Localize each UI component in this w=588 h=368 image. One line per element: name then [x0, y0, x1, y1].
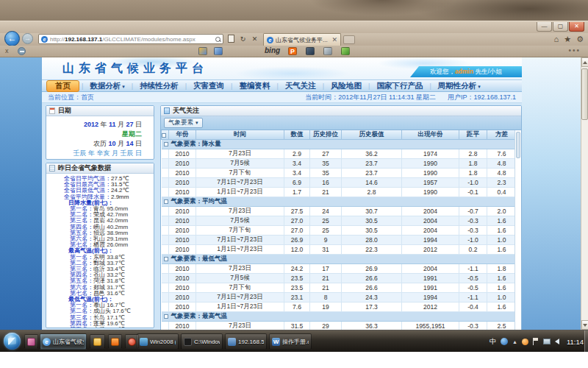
cell: 26.6 [342, 274, 402, 283]
address-bar[interactable]: e http://192.168.137.1/GLCCLIMATE/module… [38, 34, 223, 44]
vm-icon [140, 338, 148, 346]
welcome-banner: 欢迎您，admin 先生/小姐 [410, 66, 522, 77]
taskbar-window-0[interactable]: e山东省气候业务平台 [40, 333, 87, 350]
back-button[interactable]: ← [4, 31, 20, 46]
pinned-media-button[interactable] [125, 334, 139, 349]
close-button[interactable]: ✕ [569, 22, 584, 32]
column-header-1[interactable]: 时间 [196, 130, 284, 140]
ime-indicator[interactable]: 中 [490, 337, 496, 347]
cell: 30.7 [342, 207, 402, 216]
forward-button[interactable]: → [22, 33, 33, 44]
column-header-0[interactable]: 年份 [169, 130, 196, 140]
group-row-3[interactable]: 气象要素：最高气温 [162, 312, 517, 322]
cell: 2010 [169, 264, 196, 274]
table-scrollbar[interactable] [514, 130, 521, 330]
nav-item-2[interactable]: 持续性分析 [133, 80, 185, 92]
cell: 12.0 [284, 245, 310, 255]
checkbox-icon[interactable] [164, 142, 168, 146]
row-select-cell [162, 264, 169, 274]
cell: 1955,1951 [402, 322, 459, 330]
cell: 2.0 [487, 207, 517, 216]
yesterday-weather-panel: 昨日全省气象数据 全省日平均气温：27.5℃全省日最高气温：31.5℃全省日最低… [46, 163, 154, 328]
select-all-checkbox[interactable] [162, 130, 169, 140]
column-header-2[interactable]: 数值 [284, 130, 310, 140]
search-icon[interactable] [215, 37, 220, 42]
window-label: 山东省气候业务平台 [53, 338, 84, 346]
taskbar-clock[interactable]: 11:14 [567, 338, 584, 346]
bing-logo[interactable]: bing [265, 46, 280, 54]
checkbox-icon[interactable] [164, 314, 168, 319]
column-header-3[interactable]: 历史排位 [310, 130, 342, 140]
group-row-1[interactable]: 气象要素：平均气温 [162, 197, 517, 207]
nav-item-3[interactable]: 灾害查询 [187, 80, 231, 92]
browser-tab[interactable]: e 山东省气候业务平... ✕ [263, 33, 341, 46]
photos-icon[interactable] [198, 47, 207, 55]
nav-item-6[interactable]: 风险地图 [324, 80, 368, 92]
taskbar-window-3[interactable]: 192.168.59.99... [225, 333, 267, 350]
nav-item-4[interactable]: 整编资料 [232, 80, 276, 92]
cell: 23.1 [284, 293, 310, 302]
home-icon[interactable]: ⌂ [554, 34, 559, 45]
maximize-button[interactable]: ▢ [553, 22, 568, 32]
compatibility-view-icon[interactable] [228, 35, 234, 43]
action-center-flag-icon[interactable] [533, 338, 539, 345]
element-filter-button[interactable]: 气象要素 ▾ [164, 118, 203, 128]
ie-icon: e [43, 338, 51, 346]
pinned-orange-app-button[interactable] [108, 334, 122, 349]
nav-item-0[interactable]: 首页 [46, 80, 79, 92]
pinned-folder-button[interactable] [90, 334, 105, 349]
column-header-7[interactable]: 方差 [487, 130, 517, 140]
favorites-star-icon[interactable]: ★ [564, 34, 571, 45]
group-row-2[interactable]: 气象要素：最低气温 [162, 255, 517, 264]
show-desktop-button[interactable] [584, 330, 588, 353]
tray-app-icon[interactable] [501, 338, 508, 345]
mail-icon[interactable] [214, 47, 223, 55]
row-select-cell [162, 178, 169, 188]
checkbox-icon[interactable] [164, 199, 168, 204]
more-options-icon[interactable]: ••• [568, 46, 581, 54]
toolbar-close-icon[interactable]: x [5, 47, 9, 54]
checkbox-icon[interactable] [164, 257, 168, 261]
refresh-icon[interactable]: ↻ [238, 34, 248, 44]
nav-item-8[interactable]: 周期性分析▾ [431, 80, 487, 92]
minimize-button[interactable]: — [537, 22, 552, 32]
cell: 25 [310, 226, 342, 236]
scroll-down-icon[interactable] [581, 320, 588, 330]
taskbar-window-2[interactable]: C:\Windows\s... [181, 333, 223, 350]
new-tab-button[interactable] [343, 35, 355, 44]
binoculars-icon[interactable] [306, 47, 315, 55]
column-header-4[interactable]: 历史极值 [342, 130, 402, 140]
start-button[interactable] [4, 333, 21, 350]
calendar-date: 2012 年 11 月 27 日 [46, 120, 142, 130]
page-scrollbar-thumb[interactable] [581, 68, 588, 120]
pinned-app-icon[interactable] [24, 334, 38, 349]
cell: 1.6 [487, 302, 517, 312]
blocked-icon[interactable] [18, 47, 26, 55]
group-row-0[interactable]: 气象要素：降水量 [162, 140, 517, 149]
stop-icon[interactable]: ✕ [250, 34, 259, 44]
cell: 8 [310, 293, 342, 302]
column-header-6[interactable]: 距平 [459, 130, 487, 140]
column-header-5[interactable]: 出现年份 [402, 130, 459, 140]
scroll-up-icon[interactable] [581, 57, 588, 67]
tray-expand-icon[interactable]: ▲ [512, 339, 517, 344]
nav-item-7[interactable]: 国家下行产品 [370, 80, 429, 92]
baidu-p-icon[interactable]: P [288, 47, 297, 55]
group-label: 气象要素：最高气温 [171, 312, 228, 319]
taskbar-window-1[interactable]: Win2008 (VS2... [137, 333, 179, 350]
network-icon[interactable] [543, 339, 551, 344]
checkbox-icon[interactable] [162, 133, 166, 138]
tools-icon[interactable] [323, 47, 332, 55]
taskbar-window-4[interactable]: W操作手册.docx ... [269, 333, 312, 350]
browser-titlebar: — ▢ ✕ [0, 21, 588, 33]
speaker-icon[interactable] [555, 339, 559, 344]
translator-icon[interactable] [341, 47, 350, 55]
cell: 2010 [169, 236, 196, 245]
nav-item-1[interactable]: 数据分析▾ [83, 80, 132, 92]
nav-item-5[interactable]: 天气关注 [279, 80, 323, 92]
tab-close-icon[interactable]: ✕ [331, 37, 337, 43]
table-scrollbar-thumb[interactable] [516, 132, 520, 158]
page-scrollbar[interactable] [581, 57, 588, 330]
tray-orange-icon[interactable] [522, 339, 528, 345]
tools-gear-icon[interactable]: ⚙ [576, 34, 584, 45]
